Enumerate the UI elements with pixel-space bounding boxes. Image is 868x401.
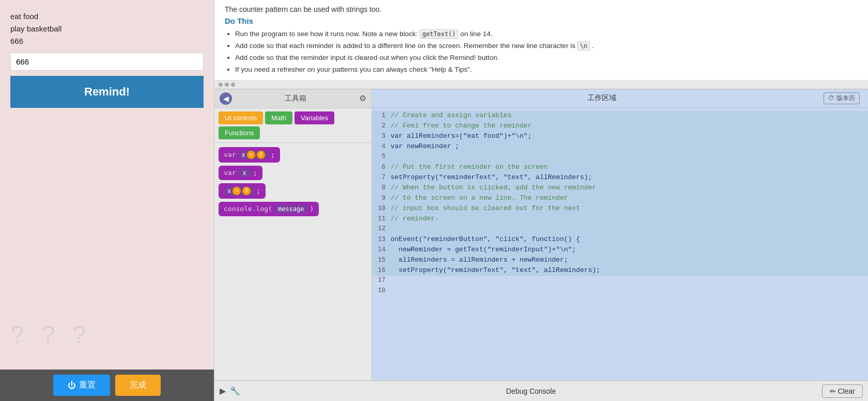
- code-line-16: 16 setProperty("reminderText", "text", a…: [372, 266, 868, 276]
- block-console-text: console.log(: [224, 205, 272, 213]
- debug-bar: ▶ 🔧 Debug Console ✏ Clear: [214, 380, 868, 401]
- code-line-18: 18: [372, 286, 868, 297]
- line-code-2: // Feel free to change the reminder: [391, 122, 868, 130]
- gettext-code: getText(): [420, 29, 458, 39]
- clear-button[interactable]: ✏ Clear: [822, 384, 863, 398]
- back-icon: ◀: [223, 94, 229, 103]
- line-code-11: // reminder.: [391, 215, 868, 222]
- block-var-kw-1: var: [224, 151, 236, 158]
- pencil-icon: ✏: [830, 387, 836, 395]
- code-line-10: 10// input box should be cleared out for…: [372, 204, 868, 214]
- remind-button[interactable]: Remind!: [10, 76, 204, 108]
- newline-code: \n: [577, 41, 590, 51]
- line-code-8: // When the button is clicked, add the n…: [391, 184, 868, 191]
- bullet-4: If you need a refresher on your patterns…: [235, 64, 858, 76]
- clock-icon: ⏱: [828, 94, 834, 102]
- tab-math[interactable]: Math: [265, 111, 292, 124]
- code-line-4: 4var newReminder ;: [372, 142, 868, 152]
- block-set[interactable]: x = 0 ;: [219, 183, 266, 199]
- block-var-declare[interactable]: var x ;: [219, 166, 262, 180]
- block-close-paren: ): [310, 205, 314, 213]
- line-code-3: var allReminders=("eat food")+"\n";: [391, 132, 868, 140]
- line-number-9: 9: [372, 195, 391, 202]
- toolbox-title: 工具箱: [232, 94, 359, 103]
- power-icon: ⏻: [68, 381, 76, 390]
- line-code-1: // Create and assign variables: [391, 111, 868, 119]
- reset-button[interactable]: ⏻ 重置: [53, 375, 110, 396]
- set-value: 0: [242, 187, 251, 195]
- block-var-kw-2: var: [224, 169, 236, 177]
- block-var-assign[interactable]: var x = 0 ;: [219, 147, 280, 163]
- line-number-17: 17: [372, 277, 391, 284]
- code-line-7: 7setProperty("reminderText", "text", all…: [372, 173, 868, 183]
- finish-button[interactable]: 完成: [115, 375, 161, 396]
- app-input-row: Remind!: [10, 53, 204, 108]
- app-screen: eat food play basketball 666 Remind!: [0, 0, 214, 370]
- code-line-2: 2// Feel free to change the reminder: [372, 121, 868, 132]
- line-code-6: // Put the first reminder on the screen: [391, 163, 868, 171]
- output-line-1: eat food: [10, 10, 204, 23]
- play-icon: ▶: [220, 387, 226, 395]
- code-line-5: 5: [372, 152, 868, 163]
- reminder-input-field[interactable]: [10, 53, 204, 71]
- code-line-15: 15 allReminders = allReminders + newRemi…: [372, 255, 868, 266]
- workspace-header: 工作区域 ⏱ 版本历: [372, 89, 868, 108]
- code-line-13: 13onEvent("reminderButton", "click", fun…: [372, 235, 868, 245]
- bullet-3: Add code so that the reminder input is c…: [235, 52, 858, 64]
- equals-circle-1: =: [247, 151, 255, 159]
- line-number-10: 10: [372, 205, 391, 212]
- toolbox-settings-button[interactable]: ⚙: [359, 93, 366, 103]
- bullet-2: Add code so that each reminder is added …: [235, 40, 858, 52]
- dot-2: [225, 83, 229, 87]
- code-line-1: 1// Create and assign variables: [372, 111, 868, 121]
- left-panel: eat food play basketball 666 Remind! ⏻ 重…: [0, 0, 214, 401]
- block-message-var: message: [274, 205, 308, 213]
- block-var-x-2: x: [238, 169, 251, 177]
- toolbox-back-button[interactable]: ◀: [220, 92, 232, 105]
- instructions: The counter pattern can be used with str…: [214, 0, 868, 81]
- code-line-9: 9// to the screen on a new line. The rem…: [372, 194, 868, 204]
- debug-wrench-button[interactable]: 🔧: [230, 386, 240, 396]
- dot-3: [231, 83, 235, 87]
- code-line-17: 17: [372, 276, 868, 286]
- toolbox-tabs: UI controls Math Variables Functions: [214, 108, 371, 143]
- code-line-14: 14 newReminder = getText("reminderInput"…: [372, 245, 868, 255]
- block-semicolon-3: ;: [256, 187, 260, 195]
- intro-text: The counter pattern can be used with str…: [225, 5, 858, 13]
- line-number-6: 6: [372, 164, 391, 171]
- line-number-14: 14: [372, 246, 391, 253]
- line-code-13: onEvent("reminderButton", "click", funct…: [391, 235, 868, 243]
- output-line-2: play basketball: [10, 23, 204, 35]
- wrench-icon: 🔧: [230, 387, 240, 395]
- debug-play-button[interactable]: ▶: [220, 386, 226, 396]
- gear-icon: ⚙: [359, 94, 366, 103]
- set-equals: =: [233, 187, 241, 195]
- toolbox-blocks: var x = 0 ; var x ;: [214, 143, 371, 220]
- line-number-7: 7: [372, 174, 391, 181]
- line-number-2: 2: [372, 122, 391, 130]
- value-circle-1: 0: [257, 151, 265, 159]
- version-history-button[interactable]: ⏱ 版本历: [824, 92, 860, 104]
- line-number-11: 11: [372, 215, 391, 222]
- tab-variables[interactable]: Variables: [295, 111, 334, 124]
- line-number-1: 1: [372, 112, 391, 119]
- debug-console-label: Debug Console: [240, 387, 822, 395]
- line-number-15: 15: [372, 256, 391, 264]
- code-editor[interactable]: 1// Create and assign variables2// Feel …: [372, 108, 868, 380]
- line-number-16: 16: [372, 267, 391, 274]
- block-console-log[interactable]: console.log(message): [219, 202, 319, 216]
- tab-functions[interactable]: Functions: [219, 126, 260, 139]
- debug-icons: ▶ 🔧: [220, 386, 240, 396]
- workspace-title: 工作区域: [380, 93, 824, 103]
- line-number-8: 8: [372, 184, 391, 191]
- ide-top-bar: [214, 81, 868, 89]
- line-code-14: newReminder = getText("reminderInput")+"…: [391, 246, 868, 253]
- line-code-15: allReminders = allReminders + newReminde…: [391, 256, 868, 264]
- block-set-inner: x = 0: [224, 186, 254, 196]
- workspace-section: 工作区域 ⏱ 版本历 1// Create and assign variabl…: [372, 89, 868, 380]
- line-number-18: 18: [372, 287, 391, 294]
- line-code-4: var newReminder ;: [391, 142, 868, 150]
- code-line-8: 8// When the button is clicked, add the …: [372, 183, 868, 194]
- line-code-10: // input box should be cleared out for t…: [391, 204, 868, 212]
- tab-ui-controls[interactable]: UI controls: [219, 111, 263, 124]
